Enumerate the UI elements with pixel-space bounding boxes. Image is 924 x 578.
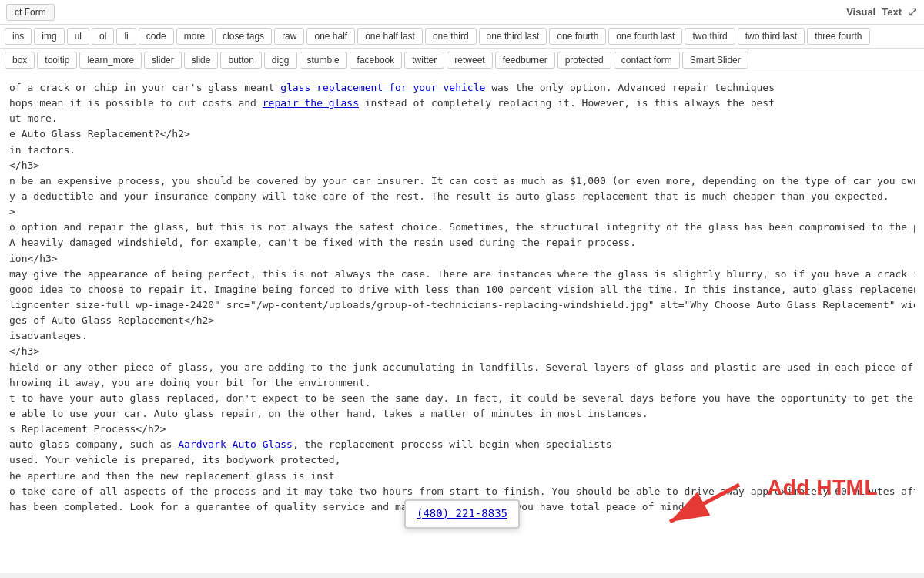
text-tab[interactable]: Text [882, 6, 902, 18]
toolbar-btn-two-third-last[interactable]: two third last [738, 28, 805, 45]
toolbar-btn-ul[interactable]: ul [67, 28, 89, 45]
toolbar-btn-tooltip[interactable]: tooltip [37, 52, 77, 69]
editor-line: hrowing it away, you are doing your bit … [9, 375, 915, 391]
visual-tab[interactable]: Visual [846, 6, 875, 18]
contact-form-tab[interactable]: ct Form [6, 4, 55, 21]
toolbar-btn-one-third-last[interactable]: one third last [479, 28, 547, 45]
toolbar-btn-box[interactable]: box [5, 52, 35, 69]
editor-line: in factors. [9, 143, 915, 158]
toolbar-btn-retweet[interactable]: retweet [447, 52, 492, 69]
toolbar-btn-ins[interactable]: ins [5, 28, 32, 45]
toolbar-btn-digg[interactable]: digg [264, 52, 297, 69]
editor-line: ion</h3> [9, 251, 915, 267]
top-bar: ct Form Visual Text ⤢ [0, 0, 924, 25]
editor-line: hield or any other piece of glass, you a… [9, 360, 915, 375]
toolbar-btn-img[interactable]: img [34, 28, 64, 45]
editor-content: of a crack or chip in your car's glass m… [9, 80, 915, 566]
editor-line: s Replacement Process</h2> [9, 422, 915, 437]
toolbar-btn-feedburner[interactable]: feedburner [495, 52, 555, 69]
editor-line: of a crack or chip in your car's glass m… [9, 80, 915, 96]
toolbar-btn-three-fourth[interactable]: three fourth [807, 28, 869, 45]
toolbar-btn-more[interactable]: more [176, 28, 213, 45]
editor-area[interactable]: of a crack or chip in your car's glass m… [0, 72, 924, 573]
top-bar-right: Visual Text ⤢ [846, 5, 918, 19]
toolbar-btn-contact-form[interactable]: contact form [614, 52, 680, 69]
toolbar-btn-slide[interactable]: slide [184, 52, 219, 69]
editor-line: y a deductible and your insurance compan… [9, 189, 915, 204]
editor-line: ges of Auto Glass Replacement</h2> [9, 313, 915, 328]
toolbar-btn-one-third[interactable]: one third [425, 28, 477, 45]
toolbar-btn-button[interactable]: button [220, 52, 261, 69]
toolbar-row-2: boxtooltiplearn_moresliderslidebuttondig… [0, 49, 924, 72]
editor-line: o option and repair the glass, but this … [9, 220, 915, 235]
editor-line: A heavily damaged windshield, for exampl… [9, 235, 915, 250]
editor-line: e Auto Glass Replacement?</h2> [9, 126, 915, 142]
expand-icon[interactable]: ⤢ [908, 5, 918, 19]
toolbar-btn-stumble[interactable]: stumble [300, 52, 347, 69]
toolbar-btn-slider[interactable]: slider [144, 52, 182, 69]
editor-line: isadvantages. [9, 328, 915, 344]
toolbar-btn-raw[interactable]: raw [274, 28, 304, 45]
toolbar-btn-twitter[interactable]: twitter [404, 52, 444, 69]
toolbar-btn-facebook[interactable]: facebook [350, 52, 403, 69]
toolbar-btn-protected[interactable]: protected [557, 52, 611, 69]
editor-line: </h3> [9, 158, 915, 173]
toolbar-btn-one-fourth[interactable]: one fourth [549, 28, 606, 45]
toolbar-btn-one-half-last[interactable]: one half last [357, 28, 423, 45]
toolbar-btn-learn_more[interactable]: learn_more [79, 52, 142, 69]
editor-line: has been completed. Look for a guarantee… [9, 499, 915, 515]
toolbar-row-1: insimgulollicodemoreclose tagsrawone hal… [0, 25, 924, 49]
editor-line: t to have your auto glass replaced, don'… [9, 391, 915, 406]
toolbar-btn-close-tags[interactable]: close tags [215, 28, 272, 45]
toolbar-btn-li[interactable]: li [116, 28, 136, 45]
editor-line: o take care of all aspects of the proces… [9, 484, 915, 499]
toolbar-btn-Smart-Slider[interactable]: Smart Slider [682, 52, 748, 69]
editor-line: good idea to choose to repair it. Imagin… [9, 282, 915, 297]
top-bar-left: ct Form [6, 4, 55, 21]
editor-line: may give the appearance of being perfect… [9, 267, 915, 282]
toolbar-btn-code[interactable]: code [139, 28, 174, 45]
editor-line: n be an expensive process, you should be… [9, 173, 915, 189]
editor-line: auto glass company, such as Aardvark Aut… [9, 437, 915, 452]
editor-line: he aperture and then the new replacement… [9, 469, 915, 484]
editor-line: > [9, 204, 915, 220]
editor-line: ligncenter size-full wp-image-2420" src=… [9, 297, 915, 313]
editor-line: used. Your vehicle is prepared, its body… [9, 452, 915, 468]
toolbar-btn-two-third[interactable]: two third [685, 28, 735, 45]
editor-line: e able to use your car. Auto glass repai… [9, 406, 915, 422]
editor-line: </h3> [9, 344, 915, 359]
editor-line: hops mean it is possible to cut costs an… [9, 96, 915, 111]
toolbar-btn-one-half[interactable]: one half [306, 28, 355, 45]
editor-line: ut more. [9, 111, 915, 126]
toolbar-btn-one-fourth-last[interactable]: one fourth last [608, 28, 682, 45]
toolbar-btn-ol[interactable]: ol [92, 28, 114, 45]
